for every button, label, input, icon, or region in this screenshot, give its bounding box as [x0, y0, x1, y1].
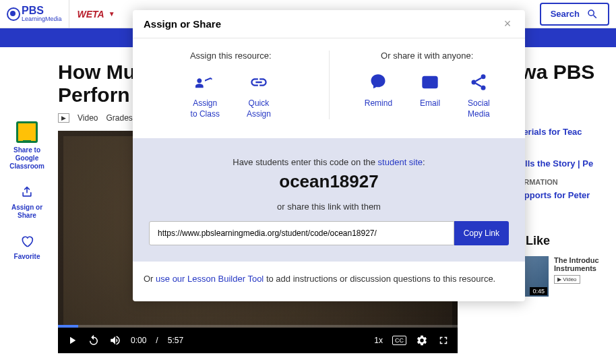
pbs-circle-icon: [7, 7, 20, 21]
search-icon: [586, 8, 598, 20]
code-instruction: Have students enter this code on the stu…: [149, 157, 509, 167]
share-instruction: or share this link with them: [149, 202, 509, 212]
lesson-builder-link[interactable]: use our Lesson Builder Tool: [156, 274, 264, 284]
rewind-icon[interactable]: [88, 334, 100, 346]
google-classroom-icon: [16, 121, 38, 143]
close-button[interactable]: ×: [501, 17, 514, 31]
station-selector[interactable]: WETA ▼: [78, 9, 115, 20]
action-sidebar: Share to Google Classroom Assign or Shar…: [7, 61, 47, 353]
media-type-label: Video: [78, 113, 98, 123]
related-duration: 0:45: [530, 287, 547, 295]
duration: 5:57: [168, 336, 183, 345]
share-classroom-button[interactable]: Share to Google Classroom: [7, 121, 47, 171]
code-panel: Have students enter this code on the stu…: [133, 138, 525, 262]
current-time: 0:00: [131, 336, 146, 345]
access-code: ocean18927: [149, 171, 509, 192]
related-title: The Introduc: [554, 256, 599, 264]
quick-assign-option[interactable]: Quick Assign: [247, 71, 271, 119]
assign-to-class-option[interactable]: Assign to Class: [191, 71, 220, 119]
search-label: Search: [551, 9, 580, 19]
video-controls: 0:00 / 5:57 1x CC: [58, 328, 458, 353]
student-site-link[interactable]: student site: [378, 157, 423, 167]
remind-option[interactable]: Remind: [365, 71, 392, 119]
logo-text-sub: LearningMedia: [22, 16, 62, 22]
modal-title: Assign or Share: [144, 18, 221, 30]
email-icon: [419, 71, 441, 93]
share-icon: [19, 184, 35, 200]
email-option[interactable]: Email: [419, 71, 441, 119]
pbs-logo[interactable]: PBS LearningMedia: [7, 0, 69, 28]
assign-share-modal: Assign or Share × Assign this resource: …: [133, 10, 525, 301]
heart-icon: [19, 233, 35, 249]
favorite-button[interactable]: Favorite: [14, 233, 40, 261]
teacher-icon: [194, 71, 216, 93]
station-name: WETA: [78, 9, 104, 20]
media-type-badge: ▶: [58, 113, 69, 123]
link-icon: [248, 71, 270, 93]
cc-button[interactable]: CC: [392, 336, 406, 345]
modal-footer: Or use our Lesson Builder Tool to add in…: [133, 262, 525, 301]
assign-share-button[interactable]: Assign or Share: [7, 184, 47, 220]
search-button[interactable]: Search: [540, 3, 609, 26]
svg-point-3: [481, 86, 486, 90]
playback-speed[interactable]: 1x: [374, 336, 383, 345]
fullscreen-icon[interactable]: [437, 334, 450, 346]
related-sub: Instruments: [554, 264, 599, 272]
play-icon[interactable]: [66, 334, 78, 346]
share-url-input[interactable]: [149, 221, 454, 245]
remind-icon: [367, 71, 389, 93]
svg-point-1: [481, 74, 486, 79]
share-nodes-icon: [468, 71, 489, 93]
settings-icon[interactable]: [416, 334, 428, 346]
svg-point-2: [472, 80, 476, 85]
social-media-option[interactable]: Social Media: [468, 71, 490, 119]
share-column-header: Or share it with anyone:: [330, 51, 526, 61]
volume-icon[interactable]: [109, 334, 121, 346]
logo-text-main: PBS: [22, 5, 62, 16]
copy-link-button[interactable]: Copy Link: [454, 221, 509, 245]
chevron-down-icon: ▼: [109, 10, 115, 18]
related-type-badge: ▶ Video: [554, 275, 580, 284]
assign-column-header: Assign this resource:: [133, 51, 329, 61]
